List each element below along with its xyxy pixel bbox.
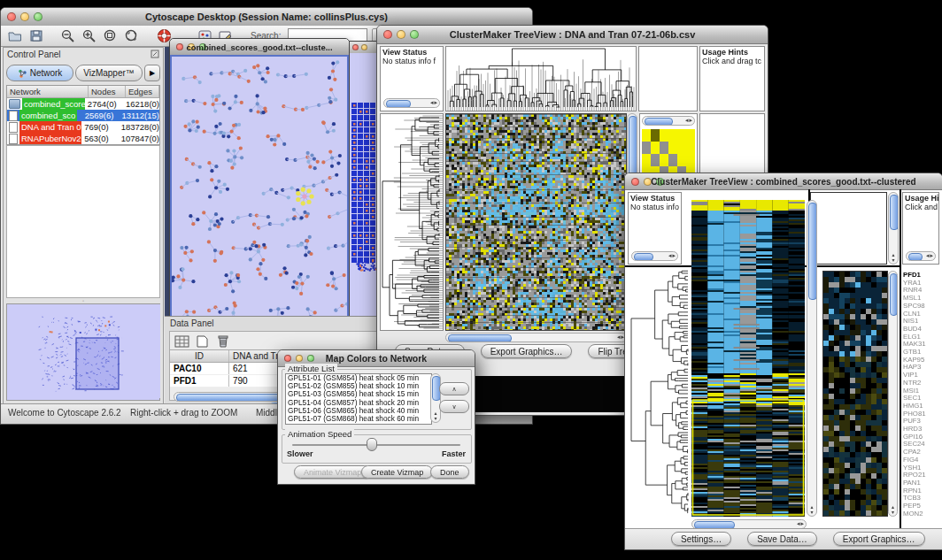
treeview-combined-titlebar[interactable]: ClusterMaker TreeView : combined_scores_… [625, 173, 942, 190]
view-status-panel: View Status No status info f ◂▸ [380, 46, 444, 111]
column-labels-vscrollbar[interactable]: ▴▾ [888, 192, 899, 265]
network-list-header: Network Nodes Edges [7, 86, 159, 98]
heatmap-vscrollbar[interactable]: ▴▾ [807, 200, 817, 517]
gene-label[interactable]: MON2 [903, 510, 938, 517]
network-view-window: combined_scores_good.txt--cluste... [169, 38, 350, 325]
treeview-action-button[interactable]: Export Graphics… [481, 344, 573, 358]
tab-overflow-icon[interactable]: ▶ [144, 65, 160, 81]
view-status-hscrollbar[interactable]: ◂▸ [383, 98, 440, 108]
attribute-list-item[interactable]: GPL51-07 (GSM868) heat shock 60 min [286, 415, 431, 423]
delete-attribute-icon[interactable] [214, 334, 230, 348]
zoom-selected-icon[interactable] [102, 28, 120, 44]
main-titlebar[interactable]: Cytoscape Desktop (Session Name: collins… [1, 8, 532, 27]
network-overview-panel[interactable] [6, 303, 160, 401]
network-tree-whitespace [6, 145, 160, 298]
treeview-action-button[interactable]: Export Graphics… [833, 532, 925, 546]
network-type-icon [9, 122, 18, 133]
network-list-item[interactable]: DNA and Tran 07 769(0) 183728(0) [7, 121, 159, 133]
network-list-item[interactable]: RNAPuberNov2+ 563(0) 107847(0) [7, 133, 159, 144]
network-list-item[interactable]: combined_sco 2569(6) 13112(15) [7, 110, 159, 121]
attribute-list-label: Attribute List [285, 364, 337, 373]
map-colors-dialog: Map Colors to Network Attribute List GPL… [277, 349, 475, 485]
treeview-action-button[interactable]: Save Data… [747, 532, 817, 546]
network-list: Network Nodes Edges combined_scores_ 276… [6, 85, 160, 145]
save-session-icon[interactable] [27, 28, 45, 44]
column-labels[interactable] [638, 46, 698, 111]
view-status-panel: View Status No status info t ◂▸ [628, 192, 682, 265]
slower-label: Slower [287, 449, 313, 458]
heatmap-zoom-panel[interactable] [822, 271, 888, 517]
main-window-title: Cytoscape Desktop (Session Name: collins… [1, 12, 532, 22]
treeview-combined-window: ClusterMaker TreeView : combined_scores_… [624, 173, 942, 550]
dialog-title: Map Colors to Network [278, 353, 475, 364]
status-welcome: Welcome to Cytoscape 2.6.2 [8, 408, 121, 418]
row-dendrogram[interactable] [628, 268, 690, 517]
network-view-titlebar[interactable]: combined_scores_good.txt--cluste... [170, 39, 349, 56]
close-button[interactable] [352, 44, 359, 50]
open-session-icon[interactable] [6, 28, 24, 44]
status-hint-zoom: Right-click + drag to ZOOM [130, 408, 237, 418]
network-canvas-viewport[interactable] [170, 55, 349, 324]
view-status-hscrollbar[interactable]: ◂▸ [631, 251, 678, 261]
usage-hints-hscrollbar[interactable]: ◂▸ [906, 251, 936, 261]
move-up-button[interactable]: ∧ [439, 382, 469, 395]
treeview-combined-title: ClusterMaker TreeView : combined_scores_… [625, 177, 942, 187]
network-type-icon [9, 99, 20, 109]
control-panel: Control Panel Network VizMapper™ ▶ Netwo… [3, 47, 164, 404]
zoom-out-icon[interactable] [59, 28, 77, 44]
move-down-button[interactable]: ∨ [439, 400, 469, 413]
new-attribute-icon[interactable] [194, 334, 210, 348]
column-dendrogram[interactable] [445, 46, 637, 111]
gene-label-list[interactable]: PFD1YRA1RNR4MSL1SPC98CLN1NIS1BUD4ELG1MAK… [901, 271, 940, 517]
network-list-item[interactable]: combined_scores_ 2764(0) 16218(0) [7, 98, 159, 110]
attribute-select-icon[interactable] [174, 334, 189, 348]
column-labels[interactable] [810, 192, 887, 265]
treeview-dna-titlebar[interactable]: ClusterMaker TreeView : DNA and Tran 07-… [377, 26, 768, 44]
float-panel-icon[interactable] [151, 50, 159, 63]
zoom-in-icon[interactable] [81, 28, 98, 44]
animate-vizmap-button[interactable]: Animate Vizmap [294, 465, 371, 479]
network-view-title: combined_scores_good.txt--cluste... [170, 42, 349, 52]
zoom-fit-icon[interactable] [123, 28, 141, 44]
tab-network[interactable]: Network [6, 65, 73, 81]
gene-list-vscrollbar[interactable]: ▴▾ [888, 271, 898, 517]
animation-speed-label: Animation Speed [285, 429, 354, 439]
attribute-list[interactable]: GPL51-01 (GSM854) heat shock 05 minGPL51… [285, 373, 432, 425]
usage-hints-panel: Usage Hints Click and drag tc [699, 46, 765, 111]
attribute-list-vscrollbar[interactable]: ▴▾ [430, 373, 441, 423]
tab-vizmapper[interactable]: VizMapper™ [75, 65, 143, 81]
minimize-button[interactable] [361, 44, 367, 50]
heatmap-hscrollbar[interactable]: ◂▸ [445, 333, 627, 342]
heatmap-global-view[interactable] [445, 113, 627, 331]
speed-slider-thumb[interactable] [367, 438, 377, 451]
desktop: Cytoscape Desktop (Session Name: collins… [0, 0, 942, 560]
zoom-panel-hscrollbar[interactable]: ◂▸ [642, 116, 695, 126]
create-vizmap-button[interactable]: Create Vizmap [361, 465, 433, 479]
network-type-icon [9, 111, 18, 121]
faster-label: Faster [442, 449, 466, 458]
row-dendrogram[interactable] [380, 113, 444, 331]
control-panel-title: Control Panel [7, 50, 61, 63]
usage-hints-panel: Usage Hi Click and ◂▸ [902, 192, 939, 265]
network-type-icon [9, 134, 18, 144]
done-button[interactable]: Done [430, 465, 469, 479]
heatmap-global-view[interactable] [691, 200, 805, 517]
treeview-dna-title: ClusterMaker TreeView : DNA and Tran 07-… [377, 29, 768, 40]
button-bar: Settings…Save Data…Export Graphics… [625, 528, 942, 549]
network-icon [18, 69, 27, 78]
treeview-action-button[interactable]: Settings… [671, 532, 731, 546]
